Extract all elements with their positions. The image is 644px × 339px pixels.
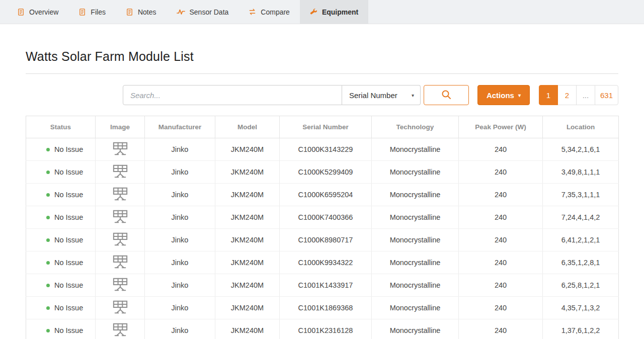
status-ok-dot-icon [46,329,50,332]
technology-cell: Monocrystalline [372,297,459,319]
compare-arrows-icon [249,8,256,16]
manufacturer-cell: Jinko [145,184,215,206]
search-button[interactable] [424,85,469,105]
status-cell: No Issue [26,251,96,274]
col-header-manufacturer: Manufacturer [145,116,215,138]
image-cell [96,161,145,184]
status-ok-dot-icon [46,171,50,174]
tab-label: Sensor Data [190,8,229,16]
status-label: No Issue [54,236,83,244]
model-cell: JKM240M [215,229,280,251]
page-title: Watts Solar Farm Module List [26,49,618,64]
table-row[interactable]: No IssueJinkoJKM240MC1000K3143229Monocry… [26,138,619,161]
technology-cell: Monocrystalline [372,251,459,274]
model-cell: JKM240M [215,138,280,161]
technology-cell: Monocrystalline [372,206,459,229]
manufacturer-cell: Jinko [145,138,215,161]
peak-power-cell: 240 [459,229,543,251]
peak-power-cell: 240 [459,138,543,161]
document-icon [78,8,86,16]
serial-number-cell: C1001K1433917 [280,274,372,297]
peak-power-cell: 240 [459,274,543,297]
status-label: No Issue [54,304,83,312]
peak-power-cell: 240 [459,297,543,319]
table-row[interactable]: No IssueJinkoJKM240MC1000K6595204Monocry… [26,184,619,206]
status-cell: No Issue [26,297,96,319]
location-cell: 7,24,4,1,4,2 [543,206,619,229]
status-ok-dot-icon [46,238,50,242]
technology-cell: Monocrystalline [372,274,459,297]
page-last-button[interactable]: 631 [595,85,618,105]
solar-panel-icon [111,187,130,202]
model-cell: JKM240M [215,297,280,319]
status-label: No Issue [54,214,83,222]
image-cell [96,297,145,319]
serial-number-cell: C1000K9934322 [280,251,372,274]
page-2-button[interactable]: 2 [557,85,577,105]
image-cell [96,319,145,339]
solar-panel-icon [111,232,130,247]
table-row[interactable]: No IssueJinkoJKM240MC1000K7400366Monocry… [26,206,619,229]
page-ellipsis[interactable]: ... [576,85,595,105]
technology-cell: Monocrystalline [372,184,459,206]
col-header-model: Model [215,116,280,138]
search-group: Serial Number ▾ [123,85,469,105]
status-ok-dot-icon [46,193,50,197]
table-row[interactable]: No IssueJinkoJKM240MC1001K1869368Monocry… [26,297,619,319]
title-divider [26,73,618,74]
status-cell: No Issue [26,138,96,161]
serial-number-cell: C1000K7400366 [280,206,372,229]
module-table-body: No IssueJinkoJKM240MC1000K3143229Monocry… [26,138,619,339]
image-cell [96,184,145,206]
search-input[interactable] [123,85,342,105]
table-row[interactable]: No IssueJinkoJKM240MC1001K2316128Monocry… [26,319,619,339]
solar-panel-icon [111,209,130,224]
page-1-button[interactable]: 1 [539,85,558,105]
status-cell: No Issue [26,184,96,206]
chevron-down-icon: ▾ [412,93,414,98]
status-label: No Issue [54,146,83,154]
wrench-icon [310,8,317,16]
table-row[interactable]: No IssueJinkoJKM240MC1000K5299409Monocry… [26,161,619,184]
toolbar: Serial Number ▾ Actions ▾ 1 2 ... 631 [26,85,618,105]
model-cell: JKM240M [215,161,280,184]
search-icon [441,89,452,102]
actions-button[interactable]: Actions ▾ [477,85,530,105]
table-row[interactable]: No IssueJinkoJKM240MC1000K9934322Monocry… [26,251,619,274]
search-field-select[interactable]: Serial Number ▾ [342,85,421,105]
tab-equipment[interactable]: Equipment [300,0,368,24]
model-cell: JKM240M [215,184,280,206]
tab-files[interactable]: Files [68,0,116,24]
tab-overview[interactable]: Overview [7,0,68,24]
table-row[interactable]: No IssueJinkoJKM240MC1001K1433917Monocry… [26,274,619,297]
manufacturer-cell: Jinko [145,206,215,229]
module-table: Status Image Manufacturer Model Serial N… [26,116,619,339]
chevron-down-icon: ▾ [518,93,521,98]
solar-panel-icon [111,141,130,156]
status-cell: No Issue [26,229,96,251]
tab-label: Compare [261,8,290,16]
peak-power-cell: 240 [459,251,543,274]
tab-sensor-data[interactable]: Sensor Data [167,0,239,24]
document-icon [126,8,133,16]
tab-label: Overview [29,8,58,16]
tab-label: Files [91,8,106,16]
col-header-serial: Serial Number [280,116,372,138]
manufacturer-cell: Jinko [145,229,215,251]
serial-number-cell: C1000K6595204 [280,184,372,206]
tab-label: Equipment [322,8,358,16]
status-label: No Issue [54,168,83,177]
status-ok-dot-icon [46,148,50,151]
manufacturer-cell: Jinko [145,319,215,339]
image-cell [96,138,145,161]
table-row[interactable]: No IssueJinkoJKM240MC1000K8980717Monocry… [26,229,619,251]
tab-compare[interactable]: Compare [238,0,300,24]
location-cell: 5,34,2,1,6,1 [543,138,619,161]
status-ok-dot-icon [46,216,50,219]
location-cell: 6,41,2,1,2,1 [543,229,619,251]
tab-notes[interactable]: Notes [116,0,167,24]
status-label: No Issue [54,327,83,335]
model-cell: JKM240M [215,274,280,297]
location-cell: 6,35,1,2,8,1 [543,251,619,274]
main-content: Watts Solar Farm Module List Serial Numb… [0,49,644,339]
